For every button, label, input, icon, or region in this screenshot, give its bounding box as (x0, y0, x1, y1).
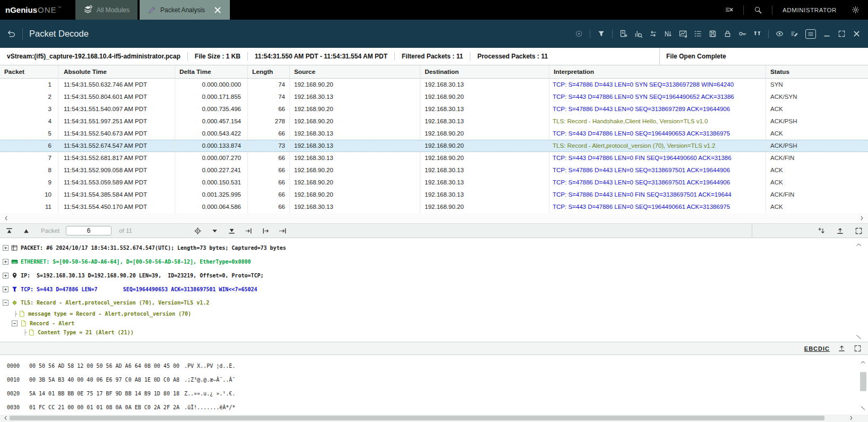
hex-scrollbar-thumb[interactable] (860, 372, 866, 391)
hex-scroll-left-icon[interactable] (3, 415, 8, 421)
packet-row[interactable]: 211:54:31.550.804.601 AM PDT0.000.171.85… (0, 91, 868, 103)
maximize-icon[interactable] (838, 30, 846, 38)
export-hex-icon[interactable] (838, 344, 846, 352)
packet-row[interactable]: 311:54:31.551.540.097 AM PDT0.000.735.49… (0, 103, 868, 115)
column-header-absolute-time[interactable]: Absolute Time (58, 65, 175, 78)
tree-node[interactable]: +TCP: S=443 D=47886 LEN=7 SEQ=1964490653… (3, 282, 868, 296)
minimize-icon[interactable] (823, 30, 831, 38)
hex-h-scrollbar[interactable] (0, 415, 868, 422)
eye-icon[interactable] (776, 30, 784, 38)
packet-navigation-icon[interactable] (664, 30, 672, 38)
packet-row[interactable]: 511:54:31.552.540.673 AM PDT0.000.543.42… (0, 128, 868, 140)
expand-toggle-icon[interactable]: + (3, 259, 8, 265)
hex-scroll-up-icon[interactable] (860, 359, 866, 365)
user-menu[interactable]: ADMINISTRATOR (783, 7, 837, 13)
goto-next-mark-icon[interactable] (245, 227, 253, 235)
column-header-interpretation[interactable]: Interpretation (549, 65, 766, 78)
scroll-left-icon[interactable] (3, 215, 9, 221)
packet-nav-bar: Packet of 11 (0, 224, 868, 238)
swap-horizontal-icon[interactable] (649, 30, 657, 38)
tree-scroll-up-icon[interactable] (855, 241, 862, 248)
tree-node[interactable]: ├Content Type = 21 (Alert (21)) (23, 328, 868, 337)
tab-packet-analysis[interactable]: Packet Analysis (140, 0, 230, 20)
export-icon[interactable] (836, 227, 844, 235)
packet-row[interactable]: 611:54:31.552.674.547 AM PDT0.000.133.87… (0, 140, 868, 152)
column-header-destination[interactable]: Destination (420, 65, 549, 78)
expand-toggle-icon[interactable]: + (3, 245, 8, 251)
tree-node[interactable]: ├message type = Record - Alert,protocol_… (14, 309, 868, 319)
hex-scroll-down-icon[interactable] (860, 404, 866, 410)
scroll-right-icon[interactable] (859, 215, 865, 221)
hex-row[interactable]: 001000 3B 5A B3 40 00 40 06 E6 97 C0 A8 … (0, 373, 868, 387)
lock-icon[interactable] (724, 30, 732, 38)
close-tab-icon[interactable] (213, 6, 222, 14)
goto-last-mark-icon[interactable] (279, 227, 287, 235)
last-packet-icon[interactable] (228, 227, 236, 235)
hex-ascii: .;Z³@.@.æ—À¨..À¨ (184, 373, 235, 387)
tab-all-modules[interactable]: All Modules (75, 0, 137, 20)
topbar-right-controls: ADMINISTRATOR (725, 0, 868, 20)
packet-row[interactable]: 411:54:31.551.997.251 AM PDT0.000.457.15… (0, 115, 868, 128)
column-header-length[interactable]: Length (248, 65, 290, 78)
packet-row[interactable]: 1111:54:31.554.450.170 AM PDT0.000.064.5… (0, 201, 868, 213)
list-icon[interactable] (694, 30, 702, 38)
cell-delta-time: 0.000.171.855 (175, 91, 248, 103)
report-search-icon[interactable] (634, 30, 642, 38)
clear-search-icon[interactable] (725, 6, 733, 14)
tree-node-text: TLS: Record - Alert,protocol_version (70… (21, 300, 209, 306)
column-header-packet[interactable]: Packet (0, 65, 58, 78)
cell-status: ACK (766, 176, 868, 189)
save-icon[interactable] (709, 30, 717, 38)
expand-toggle-icon[interactable]: + (3, 286, 8, 292)
cell-length: 66 (248, 152, 290, 164)
hex-h-scrollbar-thumb[interactable] (10, 416, 824, 420)
close-icon[interactable] (853, 30, 861, 38)
hex-row[interactable]: 003001 FC CC 21 00 00 01 01 08 0A 0A EB … (0, 401, 868, 415)
packet-row[interactable]: 711:54:31.552.681.817 AM PDT0.000.007.27… (0, 152, 868, 164)
cell-status: SYN (766, 79, 868, 91)
crosshair-icon[interactable] (194, 227, 202, 235)
hex-scroll-right-icon[interactable] (848, 415, 854, 421)
hex-row[interactable]: 00205A 14 01 BB BB 0E 75 17 BF 9D BB 14 … (0, 387, 868, 401)
expand-icon[interactable] (855, 227, 863, 235)
search-icon[interactable] (754, 6, 762, 14)
goto-prev-mark-icon[interactable] (262, 227, 270, 235)
column-header-source[interactable]: Source (290, 65, 420, 78)
hex-row[interactable]: 000000 50 56 AD 58 12 00 50 56 AD A6 64 … (0, 359, 868, 373)
cell-absolute-time: 11:54:31.552.540.673 AM PDT (58, 128, 175, 140)
cell-length: 66 (248, 164, 290, 176)
export-doc-icon[interactable] (620, 30, 628, 38)
packet-row[interactable]: 111:54:31.550.632.746 AM PDT0.000.000.00… (0, 79, 868, 91)
key-icon[interactable] (738, 30, 746, 38)
encoding-toggle[interactable]: EBCDIC (804, 345, 830, 352)
tree-node[interactable]: +PACKET: #6 2024/10/17 18:54:31.552.674.… (3, 241, 868, 255)
packet-row[interactable]: 1011:54:31.554.385.584 AM PDT0.001.325.9… (0, 189, 868, 201)
back-button[interactable] (7, 29, 16, 38)
tree-node[interactable]: +ETHERNET: S=[00-50-56-AD-A6-64], D=[00-… (3, 255, 868, 268)
column-header-delta-time[interactable]: Delta Time (175, 65, 248, 78)
record-icon[interactable] (575, 30, 583, 38)
dropdown-icon[interactable] (211, 227, 219, 235)
capture-filter-icon[interactable] (753, 30, 761, 38)
view-menu-icon[interactable] (805, 29, 816, 39)
filter-icon[interactable] (597, 30, 605, 38)
tree-scroll-down-icon[interactable] (855, 333, 862, 340)
tree-node[interactable]: +IP: S=192.168.30.13 D=192.168.90.20 LEN… (3, 268, 868, 282)
gear-icon[interactable] (852, 6, 860, 14)
expand-toggle-icon[interactable]: + (3, 273, 8, 278)
column-header-status[interactable]: Status (766, 65, 868, 78)
insert-column-icon[interactable] (818, 227, 826, 235)
first-packet-icon[interactable] (5, 227, 13, 235)
chart-icon[interactable] (679, 30, 687, 38)
collapse-toggle-icon[interactable]: − (3, 300, 8, 306)
tree-node[interactable]: −TLS: Record - Alert,protocol_version (7… (3, 296, 868, 309)
tree-node[interactable]: −Record - Alert (12, 319, 868, 328)
collapse-toggle-icon[interactable]: − (12, 320, 18, 326)
prev-packet-icon[interactable] (22, 227, 30, 235)
table-h-scrollbar[interactable] (0, 213, 868, 224)
annotate-icon[interactable] (790, 30, 798, 38)
packet-row[interactable]: 911:54:31.553.059.589 AM PDT0.000.150.53… (0, 176, 868, 189)
packet-row[interactable]: 811:54:31.552.909.058 AM PDT0.000.227.24… (0, 164, 868, 176)
packet-number-input[interactable] (66, 226, 111, 235)
expand-hex-icon[interactable] (854, 344, 862, 352)
